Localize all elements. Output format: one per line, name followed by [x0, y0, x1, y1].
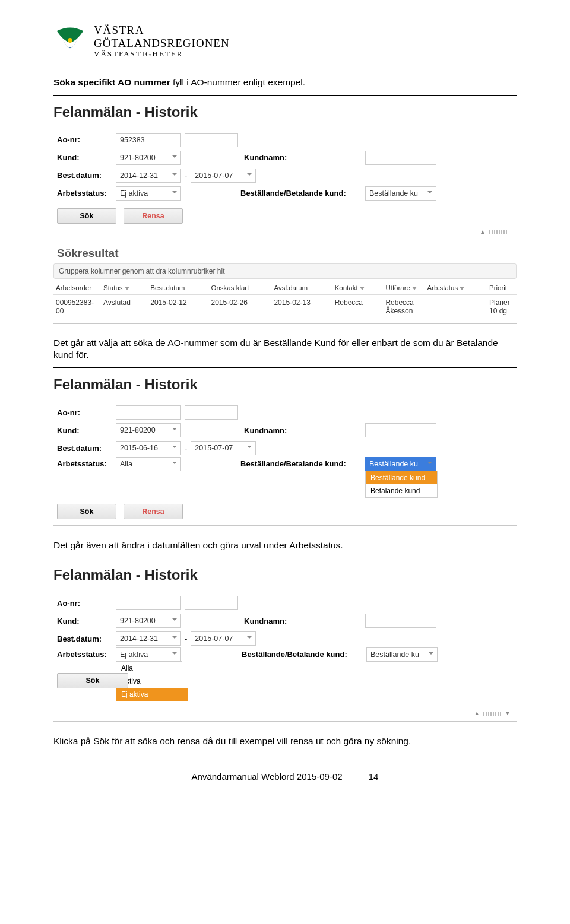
- label-kund: Kund:: [53, 153, 116, 162]
- page-footer: Användarmanual Weblord 2015-09-02 14: [53, 771, 517, 782]
- table-row[interactable]: 000952383-00 Avslutad 2015-02-12 2015-02…: [53, 294, 517, 319]
- paragraph-4: Klicka på Sök för att söka och rensa då …: [53, 735, 517, 748]
- label-aonr: Ao-nr:: [53, 408, 116, 417]
- date-dash: -: [181, 171, 191, 180]
- vgr-logo-icon: [53, 24, 87, 58]
- cell-arbetsorder: 000952383-00: [53, 294, 101, 319]
- date-from[interactable]: 2015-06-16: [116, 441, 181, 455]
- sok-button[interactable]: Sök: [57, 673, 128, 688]
- bbkund-dropdown: Beställande kund Betalande kund: [365, 471, 438, 498]
- header-logo: VÄSTRA GÖTALANDSREGIONEN VÄSTFASTIGHETER: [53, 24, 517, 59]
- cell-kontakt: Rebecca: [332, 294, 384, 319]
- col-priorit[interactable]: Priorit: [487, 281, 517, 295]
- col-arbstatus[interactable]: Arb.status: [425, 281, 487, 295]
- cell-arbstatus: [425, 294, 487, 319]
- cell-bestdatum: 2015-02-12: [148, 294, 208, 319]
- result-table: Arbetsorder Status Best.datum Önskas kla…: [53, 281, 517, 319]
- logo-line2: GÖTALANDSREGIONEN: [94, 37, 230, 50]
- col-onskas[interactable]: Önskas klart: [208, 281, 271, 295]
- label-kundnamn: Kundnamn:: [240, 426, 294, 435]
- kund-select[interactable]: 921-80200: [116, 151, 181, 165]
- screenshot-1: Felanmälan - Historik Ao-nr: 952383 Kund…: [53, 104, 517, 324]
- rensa-button[interactable]: Rensa: [124, 504, 183, 519]
- arbetsstatus-select[interactable]: Alla: [116, 457, 181, 471]
- col-kontakt[interactable]: Kontakt: [332, 281, 384, 295]
- date-to[interactable]: 2015-07-07: [191, 631, 256, 646]
- label-aonr: Ao-nr:: [53, 135, 116, 144]
- screenshot-2: Felanmälan - Historik Ao-nr: Kund: 921-8…: [53, 376, 517, 526]
- aonr-input-2[interactable]: [185, 596, 238, 610]
- col-status[interactable]: Status: [101, 281, 148, 295]
- option-ej-aktiva[interactable]: Ej aktiva: [116, 688, 188, 701]
- date-to[interactable]: 2015-07-07: [191, 441, 256, 455]
- panel-title: Felanmälan - Historik: [53, 567, 517, 583]
- separator: [53, 558, 517, 558]
- cell-avsl: 2015-02-13: [271, 294, 332, 319]
- arbetsstatus-select[interactable]: Ej aktiva: [116, 186, 181, 201]
- kund-select[interactable]: 921-80200: [116, 614, 181, 628]
- arbetsstatus-select[interactable]: Ej aktiva: [116, 647, 181, 662]
- label-bestdatum: Best.datum:: [53, 634, 116, 643]
- aonr-input-2[interactable]: [185, 133, 238, 147]
- svg-point-0: [68, 38, 72, 43]
- option-betalande[interactable]: Betalande kund: [366, 484, 437, 497]
- col-bestdatum[interactable]: Best.datum: [148, 281, 208, 295]
- col-avsl[interactable]: Avsl.datum: [271, 281, 332, 295]
- cell-onskas: 2015-02-26: [208, 294, 271, 319]
- aonr-input[interactable]: 952383: [116, 133, 181, 147]
- label-kund: Kund:: [53, 426, 116, 435]
- col-arbetsorder[interactable]: Arbetsorder: [53, 281, 101, 295]
- label-kund: Kund:: [53, 617, 116, 625]
- label-bbkund: Beställande/Betalande kund:: [240, 457, 365, 468]
- aonr-input-2[interactable]: [185, 405, 238, 420]
- label-bbkund: Beställande/Betalande kund:: [242, 647, 366, 659]
- sokresultat-title: Sökresultat: [57, 247, 517, 260]
- label-bestdatum: Best.datum:: [53, 444, 116, 453]
- kundnamn-input[interactable]: [365, 423, 436, 437]
- date-dash: -: [181, 444, 191, 453]
- page-number: 14: [369, 771, 379, 782]
- logo-line3: VÄSTFASTIGHETER: [94, 50, 230, 59]
- date-to[interactable]: 2015-07-07: [191, 169, 256, 183]
- logo-line1: VÄSTRA: [94, 24, 230, 37]
- date-from[interactable]: 2014-12-31: [116, 169, 181, 183]
- filter-icon[interactable]: [125, 284, 129, 291]
- aonr-input[interactable]: [116, 405, 181, 420]
- date-from[interactable]: 2014-12-31: [116, 631, 181, 646]
- label-bbkund: Beställande/Betalande kund:: [240, 189, 365, 198]
- bbkund-select[interactable]: Beställande ku: [365, 457, 436, 471]
- cell-priorit: Planer 10 dg: [487, 294, 517, 319]
- intro-bold: Söka specifikt AO nummer: [53, 77, 170, 87]
- label-arbetsstatus: Arbetsstatus:: [53, 647, 116, 659]
- label-aonr: Ao-nr:: [53, 599, 116, 608]
- label-bestdatum: Best.datum:: [53, 171, 116, 180]
- sok-button[interactable]: Sök: [57, 504, 116, 519]
- group-bar[interactable]: Gruppera kolumner genom att dra kolumnru…: [53, 263, 517, 279]
- aonr-input[interactable]: [116, 596, 181, 610]
- paragraph-2: Det går att välja att söka de AO-nummer …: [53, 337, 517, 362]
- filter-icon[interactable]: [460, 284, 464, 291]
- rensa-button[interactable]: Rensa: [124, 208, 183, 224]
- paragraph-3: Det går även att ändra i datumfälten och…: [53, 539, 517, 552]
- kundnamn-input[interactable]: [365, 151, 436, 165]
- label-arbetsstatus: Arbetsstatus:: [53, 189, 116, 198]
- screenshot-3: Felanmälan - Historik Ao-nr: Kund: 921-8…: [53, 567, 517, 722]
- panel-title: Felanmälan - Historik: [53, 376, 517, 393]
- col-utforare[interactable]: Utförare: [383, 281, 425, 295]
- cell-status: Avslutad: [101, 294, 148, 319]
- separator: [53, 95, 517, 96]
- panel-resize-row: ▲▼: [53, 707, 517, 717]
- label-kundnamn: Kundnamn:: [240, 617, 294, 625]
- filter-icon[interactable]: [360, 284, 365, 291]
- filter-icon[interactable]: [412, 284, 417, 291]
- option-bestallande[interactable]: Beställande kund: [366, 471, 437, 484]
- date-dash: -: [181, 634, 191, 643]
- kundnamn-input[interactable]: [365, 614, 436, 628]
- kund-select[interactable]: 921-80200: [116, 423, 181, 437]
- separator: [53, 367, 517, 368]
- intro-paragraph: Söka specifikt AO nummer fyll i AO-numme…: [53, 77, 517, 89]
- sok-button[interactable]: Sök: [57, 208, 116, 224]
- bbkund-select[interactable]: Beställande ku: [365, 186, 436, 201]
- bbkund-select[interactable]: Beställande ku: [366, 647, 438, 662]
- cell-utforare: Rebecca Åkesson: [383, 294, 425, 319]
